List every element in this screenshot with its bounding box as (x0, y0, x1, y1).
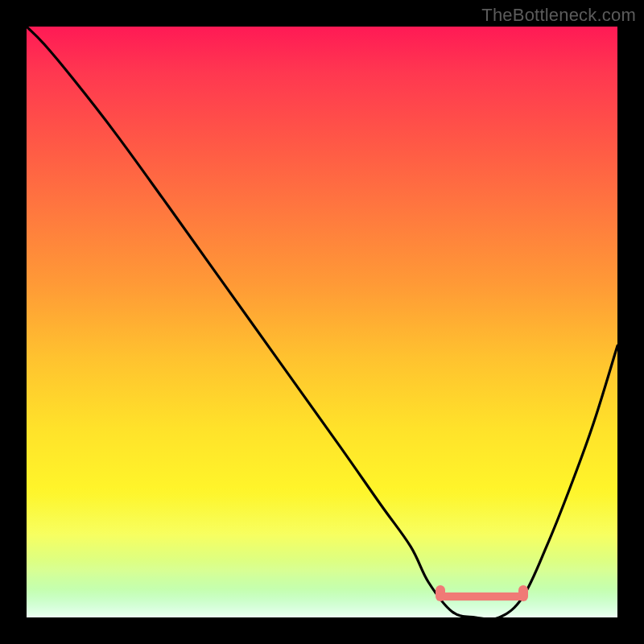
bottleneck-curve (27, 27, 617, 617)
marker-bead-right (518, 585, 528, 601)
marker-flat (440, 592, 523, 601)
attribution-text: TheBottleneck.com (481, 5, 636, 26)
plot-area (27, 27, 617, 617)
